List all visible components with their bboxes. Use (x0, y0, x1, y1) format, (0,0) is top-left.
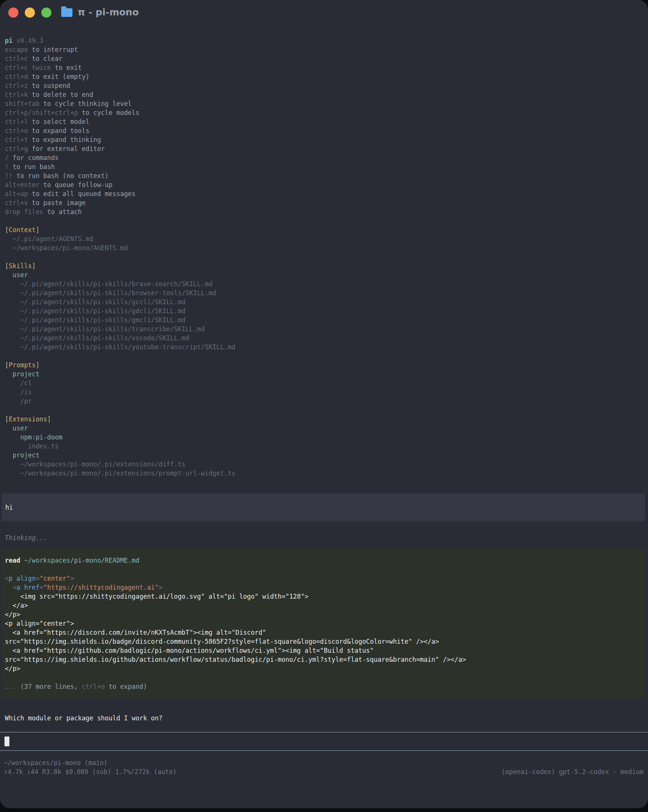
terminal-line: escape to interrupt (5, 45, 648, 54)
terminal-line: [Context] (5, 225, 648, 234)
terminal-line: /cl (5, 379, 648, 388)
terminal-line: ctrl+g for external editor (5, 144, 648, 153)
text-cursor (5, 737, 9, 746)
message-input[interactable] (0, 732, 648, 751)
terminal-line: <img src="https://shittycodingagent.ai/l… (5, 592, 645, 601)
terminal-line: index.ts (5, 442, 648, 451)
terminal-line: ctrl+k to delete to end (5, 90, 648, 99)
terminal-line: ~/.pi/agent/skills/pi-skills/vscode/SKIL… (5, 334, 648, 342)
terminal-line: /pr (5, 397, 648, 406)
model-status: (openai-codex) gpt-5.2-codex · medium (501, 767, 643, 776)
terminal-line: project (5, 369, 648, 379)
terminal-line (5, 216, 648, 225)
terminal-line: ctrl+t to expand thinking (5, 135, 648, 144)
user-message-text: hi (5, 504, 13, 511)
thinking-indicator: Thinking... (0, 533, 648, 542)
terminal-line: ~/.pi/agent/skills/pi-skills/brave-searc… (5, 279, 648, 288)
terminal-line: alt+enter to queue follow-up (5, 180, 648, 189)
terminal-line: ctrl+p/shift+ctrl+p to cycle models (5, 108, 648, 117)
terminal-line: ~/.pi/agent/skills/pi-skills/gccli/SKILL… (5, 298, 648, 307)
minimize-button[interactable] (25, 8, 35, 18)
terminal-line: ctrl+o to expand tools (5, 126, 648, 135)
terminal-line: <a href="https://github.com/badlogic/pi-… (5, 646, 645, 655)
terminal-window: π - pi-mono pi v0.49.3escape to interrup… (0, 0, 648, 808)
terminal-line: /is (5, 388, 648, 397)
terminal-line (5, 351, 648, 360)
terminal-line: user (5, 424, 648, 433)
terminal-line (5, 406, 648, 415)
terminal-line: </p> (5, 610, 645, 619)
terminal-line (5, 673, 645, 682)
traffic-lights (8, 8, 52, 18)
terminal-line: ~/.pi/agent/skills/pi-skills/transcribe/… (5, 325, 648, 334)
tool-call-block: read ~/workspaces/pi-mono/README.md <p a… (2, 548, 645, 699)
terminal-line: ctrl+c twice to exit (5, 63, 648, 72)
terminal-line: ctrl+c to clear (5, 54, 648, 63)
terminal-line: !! to run bash (no context) (5, 171, 648, 180)
window-title: π - pi-mono (78, 0, 139, 25)
terminal-line: </a> (5, 601, 645, 610)
terminal-line (5, 565, 645, 574)
terminal-line: ~/.pi/agent/skills/pi-skills/youtube-tra… (5, 342, 648, 351)
maximize-button[interactable] (41, 8, 52, 18)
terminal-line: ~/workspaces/pi-mono/AGENTS.md (5, 243, 648, 252)
terminal-line: ctrl+l to select model (5, 117, 648, 126)
terminal-line: ~/.pi/agent/skills/pi-skills/browser-too… (5, 288, 648, 298)
terminal-line: [Extensions] (5, 415, 648, 424)
terminal-line: src="https://img.shields.io/github/actio… (5, 655, 645, 664)
terminal-line: <a href="https://discord.com/invite/nKXT… (5, 628, 645, 637)
terminal-line: alt+up to edit all queued messages (5, 189, 648, 198)
terminal-line: ctrl+z to suspend (5, 81, 648, 90)
terminal-line: ~/workspaces/pi-mono/.pi/extensions/diff… (5, 460, 648, 469)
terminal-line: ~/.pi/agent/skills/pi-skills/gmcli/SKILL… (5, 316, 648, 325)
terminal-line: ... (37 more lines, ctrl+o to expand) (5, 682, 645, 691)
terminal-line: </p> (5, 664, 645, 673)
terminal-line: <p align="center"> (5, 574, 645, 583)
terminal-line: read ~/workspaces/pi-mono/README.md (5, 556, 645, 565)
cwd-branch-status: ~/workspaces/pi-mono (main) (4, 758, 643, 767)
terminal-line: ! to run bash (5, 162, 648, 171)
terminal-content: pi v0.49.3escape to interruptctrl+c to c… (0, 25, 648, 776)
terminal-line: / for commands (5, 153, 648, 162)
terminal-line: project (5, 451, 648, 460)
terminal-line: [Prompts] (5, 360, 648, 369)
terminal-line: ctrl+v to paste image (5, 198, 648, 207)
status-bar-second-line: ↑4.7k ↓44 R3.8k $0.009 (sub) 1.7%/272k (… (4, 767, 643, 776)
terminal-line: npm:pi-doom (5, 433, 648, 442)
window-titlebar: π - pi-mono (0, 0, 648, 25)
terminal-line: <p align="center"> (5, 619, 645, 628)
terminal-line: drop files to attach (5, 207, 648, 216)
terminal-line (5, 252, 648, 261)
status-bar: ~/workspaces/pi-mono (main) ↑4.7k ↓44 R3… (0, 751, 648, 776)
tool-call-output: read ~/workspaces/pi-mono/README.md <p a… (5, 556, 645, 691)
user-message: hi (2, 493, 645, 521)
terminal-line: [Skills] (5, 261, 648, 270)
terminal-line: shift+tab to cycle thinking level (5, 99, 648, 108)
terminal-line: ~/.pi/agent/skills/pi-skills/gdcli/SKILL… (5, 307, 648, 316)
assistant-message: Which module or package should I work on… (0, 714, 648, 723)
folder-icon (61, 8, 72, 17)
close-button[interactable] (8, 8, 18, 18)
terminal-line: <a href="https://shittycodingagent.ai"> (5, 583, 645, 592)
terminal-line: pi v0.49.3 (5, 36, 648, 45)
terminal-line: src="https://img.shields.io/badge/discor… (5, 637, 645, 646)
desktop-background: π - pi-mono pi v0.49.3escape to interrup… (0, 0, 648, 812)
terminal-line: user (5, 270, 648, 279)
startup-help-and-config: pi v0.49.3escape to interruptctrl+c to c… (0, 36, 648, 478)
terminal-line: ~/.pi/agent/AGENTS.md (5, 234, 648, 243)
terminal-line: ~/workspaces/pi-mono/.pi/extensions/prom… (5, 469, 648, 478)
terminal-line: ctrl+d to exit (empty) (5, 72, 648, 81)
token-usage-status: ↑4.7k ↓44 R3.8k $0.009 (sub) 1.7%/272k (… (4, 767, 177, 776)
